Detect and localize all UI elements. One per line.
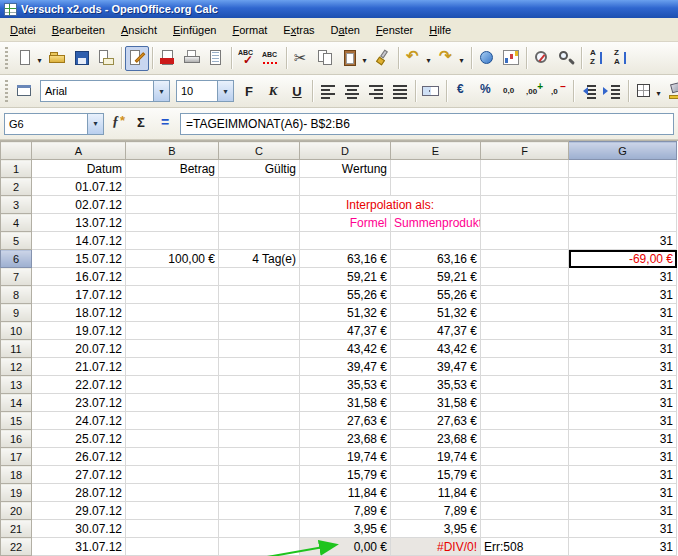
cell-F8[interactable] — [481, 286, 569, 304]
sort-descending-button[interactable] — [609, 46, 633, 71]
row-header-22[interactable]: 22 — [1, 538, 32, 556]
cell-D16[interactable]: 23,68 € — [300, 430, 391, 448]
cell-C17[interactable] — [219, 448, 300, 466]
row-header-19[interactable]: 19 — [1, 484, 32, 502]
row-header-10[interactable]: 10 — [1, 322, 32, 340]
cell-F5[interactable] — [481, 232, 569, 250]
cell-D11[interactable]: 43,42 € — [300, 340, 391, 358]
undo-button[interactable] — [402, 46, 435, 71]
cell-A20[interactable]: 29.07.12 — [32, 502, 126, 520]
undo-dropdown-arrow-icon[interactable] — [424, 49, 433, 67]
cell-G5[interactable]: 31 — [569, 232, 677, 250]
cell-D21[interactable]: 3,95 € — [300, 520, 391, 538]
row-header-7[interactable]: 7 — [1, 268, 32, 286]
insert-chart-button[interactable] — [499, 46, 523, 71]
cell-F3[interactable] — [481, 196, 569, 214]
formula-input[interactable]: =TAGEIMMONAT(A6)- B$2:B6 — [180, 113, 674, 135]
align-justify-button[interactable] — [388, 79, 412, 104]
cell-A18[interactable]: 27.07.12 — [32, 466, 126, 484]
cell-C11[interactable] — [219, 340, 300, 358]
align-left-button[interactable] — [316, 79, 340, 104]
cell-B3[interactable] — [126, 196, 219, 214]
cell-D9[interactable]: 51,32 € — [300, 304, 391, 322]
cell-E10[interactable]: 47,37 € — [391, 322, 481, 340]
cell-E1[interactable] — [391, 160, 481, 178]
cell-F18[interactable] — [481, 466, 569, 484]
cell-D13[interactable]: 35,53 € — [300, 376, 391, 394]
cell-C20[interactable] — [219, 502, 300, 520]
name-box-dropdown-icon[interactable] — [87, 114, 103, 134]
cell-D20[interactable]: 7,89 € — [300, 502, 391, 520]
new-document-dropdown-arrow-icon[interactable] — [35, 49, 44, 67]
titlebar[interactable]: Versuch x2.ods - OpenOffice.org Calc — [0, 0, 678, 18]
cell-A21[interactable]: 30.07.12 — [32, 520, 126, 538]
number-format-currency-button[interactable] — [450, 79, 474, 104]
save-button[interactable] — [70, 46, 94, 71]
cell-A22[interactable]: 31.07.12 — [32, 538, 126, 556]
menu-bearbeiten[interactable]: Bearbeiten — [44, 21, 113, 39]
redo-button[interactable] — [435, 46, 468, 71]
cell-D17[interactable]: 19,74 € — [300, 448, 391, 466]
cell-B10[interactable] — [126, 322, 219, 340]
name-box[interactable]: G6 — [4, 113, 104, 135]
row-header-17[interactable]: 17 — [1, 448, 32, 466]
cell-C9[interactable] — [219, 304, 300, 322]
cell-B18[interactable] — [126, 466, 219, 484]
select-all-button[interactable] — [1, 142, 32, 160]
cell-F20[interactable] — [481, 502, 569, 520]
clone-formatting-button[interactable] — [371, 46, 395, 71]
cell-F2[interactable] — [481, 178, 569, 196]
redo-dropdown-arrow-icon[interactable] — [457, 49, 466, 67]
font-size-combo[interactable]: 10 — [176, 80, 234, 102]
cell-C13[interactable] — [219, 376, 300, 394]
cell-G20[interactable]: 31 — [569, 502, 677, 520]
cell-A15[interactable]: 24.07.12 — [32, 412, 126, 430]
print-button[interactable] — [180, 46, 204, 71]
cell-G6[interactable]: -69,00 € — [569, 250, 677, 268]
cell-B6[interactable]: 100,00 € — [126, 250, 219, 268]
cell-F7[interactable] — [481, 268, 569, 286]
cell-D6[interactable]: 63,16 € — [300, 250, 391, 268]
font-size-dropdown-icon[interactable] — [217, 81, 233, 101]
cell-G10[interactable]: 31 — [569, 322, 677, 340]
number-format-percent-button[interactable] — [474, 79, 498, 104]
cell-D12[interactable]: 39,47 € — [300, 358, 391, 376]
paste-dropdown-arrow-icon[interactable] — [360, 49, 369, 67]
cell-F1[interactable] — [481, 160, 569, 178]
cell-B7[interactable] — [126, 268, 219, 286]
cell-B16[interactable] — [126, 430, 219, 448]
function-button[interactable] — [154, 111, 178, 136]
underline-button[interactable]: U — [285, 79, 309, 104]
cell-E2[interactable] — [391, 178, 481, 196]
toolbar-handle[interactable] — [5, 47, 8, 69]
cell-A14[interactable]: 23.07.12 — [32, 394, 126, 412]
background-color-button[interactable] — [665, 79, 678, 104]
cell-G13[interactable]: 31 — [569, 376, 677, 394]
hyperlink-button[interactable] — [475, 46, 499, 71]
cell-F4[interactable] — [481, 214, 569, 232]
add-decimal-button[interactable] — [522, 79, 546, 104]
cell-F10[interactable] — [481, 322, 569, 340]
cell-A17[interactable]: 26.07.12 — [32, 448, 126, 466]
cell-F14[interactable] — [481, 394, 569, 412]
sort-ascending-button[interactable] — [585, 46, 609, 71]
cell-F12[interactable] — [481, 358, 569, 376]
row-header-18[interactable]: 18 — [1, 466, 32, 484]
cell-D22[interactable]: 0,00 € — [300, 538, 391, 556]
row-header-11[interactable]: 11 — [1, 340, 32, 358]
row-header-16[interactable]: 16 — [1, 430, 32, 448]
decrease-indent-button[interactable] — [577, 79, 601, 104]
font-name-dropdown-icon[interactable] — [153, 81, 169, 101]
cell-G19[interactable]: 31 — [569, 484, 677, 502]
cell-C22[interactable] — [219, 538, 300, 556]
navigator-button[interactable] — [530, 46, 554, 71]
delete-decimal-button[interactable] — [546, 79, 570, 104]
edit-file-button[interactable] — [125, 46, 149, 71]
cell-F19[interactable] — [481, 484, 569, 502]
cell-A12[interactable]: 21.07.12 — [32, 358, 126, 376]
cell-G7[interactable]: 31 — [569, 268, 677, 286]
cell-G8[interactable]: 31 — [569, 286, 677, 304]
cell-D2[interactable] — [300, 178, 391, 196]
auto-spellcheck-button[interactable] — [259, 46, 283, 71]
styles-window-button[interactable] — [13, 79, 37, 104]
